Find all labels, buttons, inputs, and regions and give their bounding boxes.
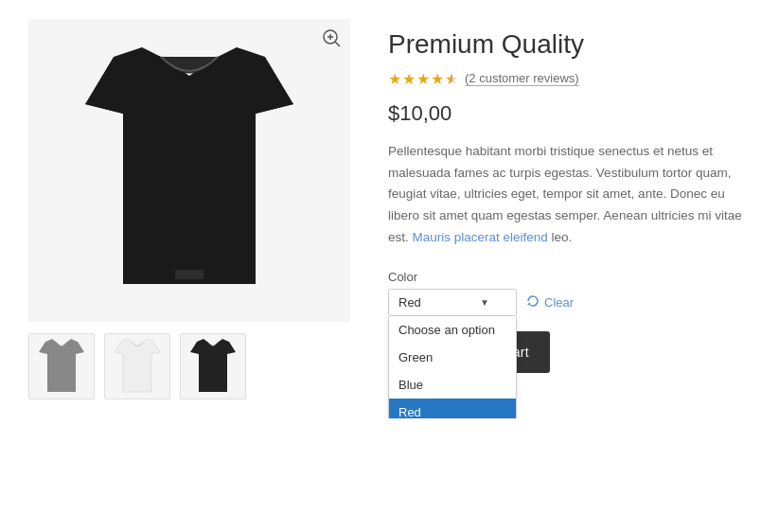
dropdown-option-blue[interactable]: Blue	[389, 371, 516, 399]
svg-marker-10	[190, 339, 236, 392]
product-price: $10,00	[388, 101, 751, 126]
color-section: Color Red ▼ Choose an option Green Blue …	[388, 270, 751, 316]
product-title: Premium Quality	[388, 28, 751, 61]
svg-marker-11	[527, 302, 530, 305]
color-dropdown-list: Choose an option Green Blue Red	[388, 316, 517, 418]
refresh-icon	[526, 294, 540, 310]
dropdown-option-choose[interactable]: Choose an option	[389, 316, 516, 344]
product-description: Pellentesque habitant morbi tristique se…	[388, 141, 751, 250]
thumbnail-white[interactable]	[104, 333, 170, 399]
main-tshirt-svg	[85, 47, 293, 293]
color-dropdown-container: Red ▼ Choose an option Green Blue Red	[388, 289, 517, 316]
clear-label: Clear	[544, 295, 574, 310]
product-page: Premium Quality ★★★★ ★ ★ (2 customer rev…	[0, 0, 779, 418]
thumbnail-black-svg	[190, 339, 236, 394]
svg-rect-3	[175, 270, 204, 279]
svg-line-5	[335, 42, 340, 46]
zoom-icon[interactable]	[322, 28, 341, 52]
svg-marker-9	[115, 339, 160, 392]
color-label: Color	[388, 270, 751, 284]
dropdown-option-red[interactable]: Red	[389, 399, 516, 418]
description-text-2: leo.	[548, 230, 573, 244]
color-select-value: Red	[398, 295, 421, 310]
thumbnail-black[interactable]	[180, 333, 246, 399]
product-images-column	[28, 19, 350, 399]
star-rating: ★★★★ ★ ★	[388, 70, 459, 88]
thumbnail-gray[interactable]	[28, 333, 95, 399]
dropdown-option-green[interactable]: Green	[389, 344, 516, 371]
thumbnail-gray-svg	[39, 339, 84, 394]
product-info-column: Premium Quality ★★★★ ★ ★ (2 customer rev…	[388, 19, 751, 399]
thumbnail-white-svg	[115, 339, 160, 394]
svg-marker-8	[39, 339, 84, 392]
color-row: Red ▼ Choose an option Green Blue Red	[388, 289, 751, 316]
rating-row: ★★★★ ★ ★ (2 customer reviews)	[388, 70, 751, 88]
color-select-display[interactable]: Red ▼	[388, 289, 517, 316]
main-product-image	[28, 19, 350, 322]
description-link[interactable]: Mauris placerat eleifend	[413, 230, 548, 244]
review-link[interactable]: (2 customer reviews)	[465, 71, 579, 86]
clear-button[interactable]: Clear	[526, 294, 574, 310]
thumbnail-list	[28, 333, 350, 399]
chevron-down-icon: ▼	[480, 297, 489, 308]
